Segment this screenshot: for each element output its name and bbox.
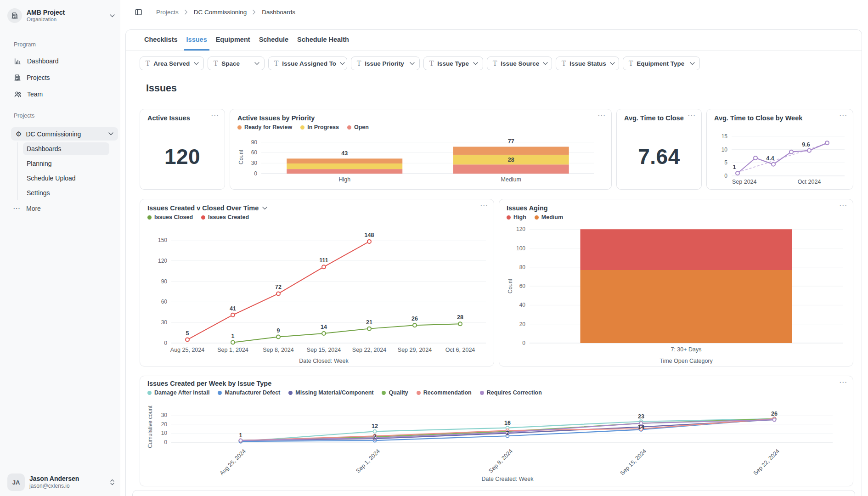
tab-issues[interactable]: Issues (184, 30, 209, 51)
svg-text:28: 28 (457, 314, 463, 321)
svg-text:90: 90 (251, 139, 258, 146)
card-avg-time-to-close-by-week: Avg. Time to Close by Week ⋯ 05101514.49… (706, 109, 853, 190)
svg-text:High: High (338, 176, 350, 183)
tab-schedule-health[interactable]: Schedule Health (295, 30, 351, 51)
breadcrumb-dashboards[interactable]: Dashboards (262, 9, 295, 16)
svg-text:16: 16 (504, 420, 511, 426)
ellipsis-menu-icon[interactable]: ⋯ (211, 111, 219, 120)
legend-requires-correction[interactable]: Requires Correction (480, 389, 542, 396)
svg-text:60: 60 (161, 299, 168, 305)
sidebar-tree-guide (17, 142, 18, 200)
card-issues-per-week-by-type: Issues Created per Week by Issue Type ⋯ … (140, 376, 853, 486)
ellipsis-menu-icon[interactable]: ⋯ (688, 111, 696, 120)
app-root: AMB Project Organization Program Dashboa… (0, 0, 868, 496)
svg-text:Oct 2024: Oct 2024 (798, 179, 821, 185)
legend-open[interactable]: Open (347, 124, 369, 130)
sidebar-item-schedule-upload[interactable]: Schedule Upload (23, 172, 109, 185)
ellipsis-menu-icon[interactable]: ⋯ (839, 111, 847, 120)
filter-label: Equipment Type (637, 60, 686, 67)
ellipsis-menu-icon[interactable]: ⋯ (597, 111, 606, 120)
legend-ready-for-review[interactable]: Ready for Review (237, 124, 292, 130)
svg-text:Count: Count (238, 149, 244, 164)
legend-issues-closed[interactable]: Issues Closed (147, 214, 193, 220)
issues-by-type-line-chart: 0102030Cumulative count1122167231426Aug … (144, 400, 850, 485)
legend-medium[interactable]: Medium (535, 214, 563, 220)
legend-missing-material-component[interactable]: Missing Material/Component (288, 389, 373, 396)
svg-text:21: 21 (366, 319, 372, 326)
sidebar: AMB Project Organization Program Dashboa… (0, 0, 120, 496)
legend-in-progress[interactable]: In Progress (300, 124, 339, 130)
user-menu[interactable]: JA Jason Andersen jason@cxlens.io (7, 470, 115, 494)
legend-dot (507, 215, 511, 220)
sidebar-toggle-icon[interactable] (133, 7, 144, 18)
filter-area-served[interactable]: T Area Served (140, 56, 204, 70)
svg-text:Sep 8, 2024: Sep 8, 2024 (263, 347, 293, 353)
chevron-down-icon (473, 62, 478, 65)
sidebar-item-more[interactable]: ⋯ More (13, 202, 41, 215)
legend-high[interactable]: High (507, 214, 526, 220)
tab-equipment[interactable]: Equipment (214, 30, 253, 51)
filter-type-icon: T (629, 60, 633, 67)
project-label: DC Commissioning (26, 130, 81, 138)
tab-schedule[interactable]: Schedule (257, 30, 291, 51)
sidebar-item-dashboards[interactable]: Dashboards (23, 142, 109, 155)
filter-issue-priority[interactable]: T Issue Priority (351, 56, 420, 70)
filter-issue-source[interactable]: T Issue Source (487, 56, 552, 70)
avg-close-by-week-line-chart: 05101514.49.6Sep 2024Oct 2024 (710, 128, 850, 187)
svg-text:5: 5 (186, 330, 189, 337)
svg-text:111: 111 (319, 257, 328, 264)
sidebar-item-team[interactable]: Team (7, 87, 113, 101)
org-switcher[interactable]: AMB Project Organization (7, 6, 115, 25)
avg-time-to-close-value: 7.64 (617, 146, 701, 167)
svg-text:120: 120 (158, 258, 167, 264)
svg-text:Sep 22, 2024: Sep 22, 2024 (752, 448, 781, 477)
created-v-closed-line-chart: 0306090120150Aug 25, 2024Sep 1, 2024Sep … (144, 227, 491, 365)
chevron-down-icon[interactable] (262, 207, 267, 210)
top-bar: Projects DC Commissioning Dashboards (120, 0, 868, 24)
chevron-down-icon (690, 62, 695, 65)
filter-type-icon: T (214, 60, 218, 67)
card-active-issues-by-priority: Active Issues by Priority ⋯ Ready for Re… (230, 109, 612, 190)
legend-damage-after-install[interactable]: Damage After Install (147, 389, 209, 396)
legend-quality[interactable]: Quality (382, 389, 408, 396)
sidebar-item-dashboard[interactable]: Dashboard (7, 54, 113, 68)
filter-issue-type[interactable]: T Issue Type (423, 56, 483, 70)
ellipsis-menu-icon[interactable]: ⋯ (839, 378, 847, 387)
ellipsis-menu-icon[interactable]: ⋯ (839, 201, 847, 210)
filter-label: Issue Source (501, 60, 539, 67)
svg-text:Medium: Medium (501, 176, 521, 183)
filter-equipment-type[interactable]: T Equipment Type (623, 56, 700, 70)
tab-checklists[interactable]: Checklists (142, 30, 180, 51)
svg-text:Sep 15, 2024: Sep 15, 2024 (619, 448, 648, 477)
page-title: Issues (146, 83, 177, 94)
card-title: Active Issues (147, 114, 190, 122)
svg-text:0: 0 (164, 439, 167, 445)
sidebar-item-settings[interactable]: Settings (23, 186, 109, 199)
legend-recommendation[interactable]: Recommendation (417, 389, 472, 396)
svg-text:12: 12 (372, 423, 378, 429)
breadcrumb-dc-commissioning[interactable]: DC Commissioning (194, 9, 247, 16)
sidebar-item-label: Projects (27, 74, 50, 81)
svg-text:Sep 15, 2024: Sep 15, 2024 (307, 347, 341, 353)
svg-text:Time Open Category: Time Open Category (659, 358, 713, 364)
filter-issue-status[interactable]: T Issue Status (556, 56, 619, 70)
ellipsis-menu-icon[interactable]: ⋯ (480, 201, 488, 210)
card-title: Issues Created per Week by Issue Type (147, 380, 271, 387)
chart-legend: Damage After Install Manufacturer Defect… (147, 389, 542, 396)
legend-issues-created[interactable]: Issues Created (201, 214, 249, 220)
svg-text:30: 30 (161, 412, 168, 418)
svg-text:60: 60 (519, 283, 526, 289)
legend-manufacturer-defect[interactable]: Manufacturer Defect (218, 389, 280, 396)
card-issues-aging: Issues Aging ⋯ High Medium 0204060801001… (499, 199, 853, 366)
filter-type-icon: T (493, 60, 497, 67)
sidebar-item-planning[interactable]: Planning (23, 157, 109, 170)
issues-aging-bar-chart: 020406080100120Count7: 30+ DaysTime Open… (503, 226, 850, 365)
sidebar-item-projects[interactable]: Projects (7, 71, 113, 85)
svg-text:9: 9 (277, 327, 280, 334)
svg-text:77: 77 (508, 138, 514, 145)
filter-type-icon: T (562, 60, 566, 67)
sidebar-item-dc-commissioning[interactable]: ⚙ DC Commissioning (11, 127, 118, 141)
filter-space[interactable]: T Space (208, 56, 265, 70)
filter-issue-assigned-to[interactable]: T Issue Assigned To (268, 56, 347, 70)
breadcrumb-projects[interactable]: Projects (156, 9, 179, 16)
